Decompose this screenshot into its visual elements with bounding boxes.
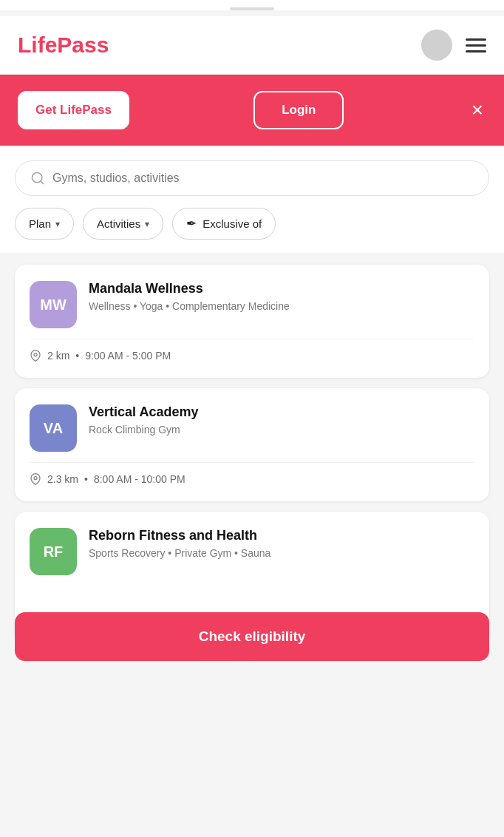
svg-line-1 [41, 181, 44, 184]
chevron-down-icon: ▾ [145, 219, 149, 229]
tag-icon: ✒ [186, 216, 197, 231]
venue-meta: 2 km • 9:00 AM - 5:00 PM [30, 339, 474, 362]
header: LifePass [0, 16, 504, 75]
filter-activities-button[interactable]: Activities ▾ [83, 208, 163, 240]
svg-point-2 [34, 353, 37, 356]
check-eligibility-button[interactable]: Check eligibility [15, 612, 489, 661]
search-icon [30, 171, 45, 186]
venue-logo: MW [30, 281, 77, 328]
location-pin-icon [30, 473, 41, 485]
venue-meta: 2.3 km • 8:00 AM - 10:00 PM [30, 462, 474, 485]
search-input[interactable] [52, 172, 474, 185]
search-section: Plan ▾ Activities ▾ ✒ Exclusive of [0, 146, 504, 253]
venue-name: Reborn Fitness and Health [89, 528, 474, 543]
login-button[interactable]: Login [253, 91, 344, 129]
avatar[interactable] [421, 30, 452, 61]
venue-logo: RF [30, 528, 77, 575]
cta-section: Check eligibility [0, 612, 504, 676]
header-actions [421, 30, 486, 61]
venue-tags: Sports Recovery • Private Gym • Sauna [89, 546, 474, 561]
venue-name: Mandala Wellness [89, 281, 474, 296]
app-logo: LifePass [18, 33, 109, 58]
venue-distance: 2 km [47, 350, 69, 362]
menu-button[interactable] [466, 38, 486, 52]
filter-exclusive-button[interactable]: ✒ Exclusive of [172, 208, 276, 240]
filters-row: Plan ▾ Activities ▾ ✒ Exclusive of [15, 196, 489, 253]
filter-plan-button[interactable]: Plan ▾ [15, 208, 74, 240]
close-banner-button[interactable]: × [469, 100, 486, 121]
search-bar[interactable] [15, 160, 489, 196]
venue-hours: 8:00 AM - 10:00 PM [94, 473, 185, 485]
venue-card[interactable]: MW Mandala Wellness Wellness • Yoga • Co… [15, 265, 489, 378]
venue-distance: 2.3 km [47, 473, 78, 485]
venue-tags: Wellness • Yoga • Complementary Medicine [89, 299, 474, 314]
promo-banner: Get LifePass Login × [0, 75, 504, 146]
svg-point-3 [34, 477, 37, 480]
venue-logo: VA [30, 404, 77, 452]
venue-tags: Rock Climbing Gym [89, 423, 474, 438]
venue-hours: 9:00 AM - 5:00 PM [85, 350, 171, 362]
venue-card[interactable]: VA Vertical Academy Rock Climbing Gym 2.… [15, 388, 489, 501]
get-lifepass-button[interactable]: Get LifePass [18, 91, 129, 129]
chevron-down-icon: ▾ [55, 219, 60, 229]
venue-name: Vertical Academy [89, 404, 474, 420]
venues-list: MW Mandala Wellness Wellness • Yoga • Co… [0, 253, 504, 657]
location-pin-icon [30, 350, 41, 362]
